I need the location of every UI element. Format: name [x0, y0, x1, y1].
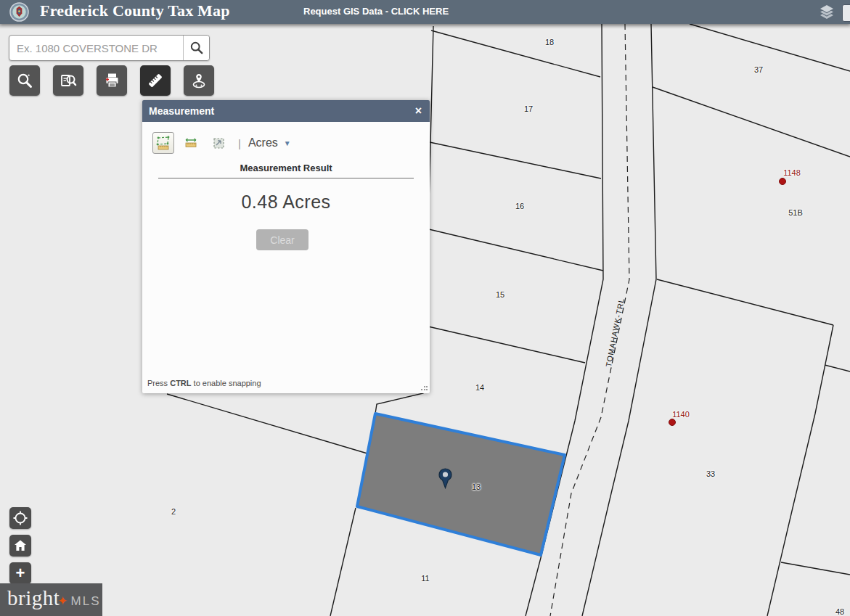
app-header: Frederick County Tax Map Request GIS Dat… — [0, 0, 850, 24]
parcel-label-11: 11 — [421, 574, 429, 583]
parcel-label-18: 18 — [545, 38, 554, 46]
magnifier-icon — [16, 72, 33, 89]
app-window: TOMAHAWK-TRL Frederick County Tax Map Re… — [0, 0, 850, 616]
parcel-label-51B: 51B — [788, 208, 803, 217]
ruler-icon — [146, 71, 165, 90]
county-seal-icon — [9, 2, 29, 22]
selected-parcel[interactable] — [357, 414, 565, 555]
location-measure-button[interactable] — [208, 132, 229, 154]
home-icon — [13, 538, 28, 553]
search-icon — [189, 41, 204, 55]
unit-dropdown-value: Acres — [248, 136, 278, 149]
parcel-label-14: 14 — [475, 383, 484, 392]
brand-star-icon: ✦ — [57, 594, 68, 609]
brand-name: bright — [7, 586, 60, 610]
parcel-label-1140: 1140 — [672, 410, 690, 419]
measure-button[interactable] — [140, 65, 171, 96]
close-icon[interactable]: × — [415, 105, 422, 117]
header-shadow — [0, 24, 850, 29]
unit-dropdown[interactable]: Acres ▼ — [248, 136, 291, 149]
address-search — [9, 35, 210, 61]
result-divider — [158, 178, 414, 178]
page-title: Frederick County Tax Map — [40, 1, 230, 20]
measurement-toolbar: | Acres ▼ — [152, 132, 291, 154]
measurement-panel-header[interactable]: Measurement × — [142, 100, 430, 122]
layers-icon[interactable] — [817, 3, 836, 22]
toolbar-separator: | — [238, 137, 241, 149]
address-point-dot — [779, 178, 786, 185]
measurement-panel: Measurement × — [142, 100, 430, 393]
map-pin-icon — [189, 71, 208, 90]
distance-measure-button[interactable] — [180, 132, 202, 154]
snapping-hint: Press CTRL to enable snapping — [147, 379, 261, 387]
print-button[interactable] — [97, 65, 127, 96]
address-point-dot — [669, 419, 676, 426]
brightmls-logo: bright ✦ MLS — [0, 583, 102, 616]
search-button[interactable] — [183, 36, 209, 60]
parcel-label-13: 13 — [472, 482, 481, 491]
parcel-label-37: 37 — [754, 65, 763, 74]
zoom-in-button[interactable]: + — [9, 562, 31, 584]
measurement-result-value: 0.48 Acres — [142, 192, 430, 213]
locate-parcel-button[interactable] — [184, 65, 214, 96]
parcel-label-15: 15 — [496, 290, 504, 299]
clear-button[interactable]: Clear — [256, 229, 308, 250]
home-extent-button[interactable] — [9, 535, 31, 557]
geolocate-button[interactable] — [9, 507, 31, 529]
area-polygon-icon — [155, 135, 171, 151]
parcel-label-33: 33 — [706, 469, 715, 478]
measurement-panel-title: Measurement — [149, 105, 214, 117]
chevron-down-icon: ▼ — [284, 139, 291, 147]
parcel-label-48: 48 — [835, 607, 844, 616]
request-gis-data-link[interactable]: Request GIS Data - CLICK HERE — [303, 6, 449, 17]
parcel-label-16: 16 — [515, 202, 524, 210]
panel-resize-handle[interactable] — [420, 384, 428, 391]
area-measure-button[interactable] — [152, 132, 174, 154]
gps-target-icon — [12, 510, 28, 526]
brand-suffix: MLS — [71, 594, 101, 609]
location-grid-icon — [211, 135, 226, 151]
parcel-label-2: 2 — [171, 507, 176, 516]
search-input[interactable] — [9, 36, 183, 60]
collapsed-side-widget[interactable] — [842, 4, 850, 22]
distance-ruler-icon — [183, 135, 199, 151]
identify-parcel-button[interactable] — [53, 65, 83, 96]
document-search-icon — [59, 71, 78, 90]
parcel-label-17: 17 — [524, 104, 533, 113]
plus-icon: + — [16, 564, 25, 583]
printer-icon — [102, 71, 121, 90]
parcel-pin-icon[interactable] — [438, 468, 452, 489]
measurement-result-heading: Measurement Result — [142, 163, 430, 173]
parcel-label-1148: 1148 — [783, 168, 801, 177]
zoom-search-button[interactable] — [9, 65, 40, 96]
